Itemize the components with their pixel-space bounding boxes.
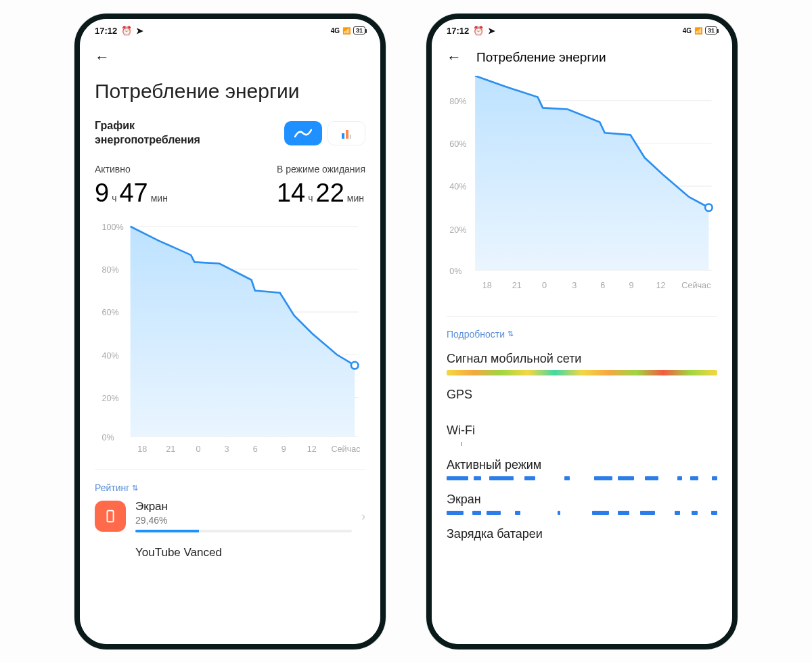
screen-bar — [447, 511, 717, 515]
detail-active: Активный режим — [447, 458, 717, 472]
active-value: 9ч 47мин — [95, 179, 168, 208]
telegram-icon: ➤ — [136, 26, 143, 36]
telegram-icon: ➤ — [488, 26, 495, 36]
battery-chart: 100% 80% 60% 40% 20% 0% — [95, 216, 365, 458]
detail-wifi: Wi-Fi — [447, 424, 717, 438]
rating-toggle[interactable]: Рейтинг⇅ — [95, 482, 365, 493]
svg-text:80%: 80% — [449, 97, 466, 106]
status-time: 17:12 — [447, 26, 469, 36]
svg-text:40%: 40% — [102, 350, 119, 360]
app-name: Экран — [135, 500, 352, 513]
svg-text:40%: 40% — [449, 182, 466, 191]
svg-point-35 — [705, 204, 713, 211]
svg-text:18: 18 — [482, 281, 492, 290]
svg-text:100%: 100% — [102, 223, 124, 232]
alarm-icon: ⏰ — [121, 26, 132, 36]
page-title: Потребление энергии — [476, 50, 606, 65]
network-tag: 4G — [331, 27, 340, 35]
phone-right: 17:12 ⏰ ➤ 4G 📶 31 ← Потребление энергии … — [426, 14, 738, 649]
svg-rect-24 — [107, 511, 113, 522]
svg-text:60%: 60% — [102, 308, 119, 317]
back-icon[interactable]: ← — [447, 49, 461, 66]
svg-text:21: 21 — [166, 444, 175, 454]
svg-text:20%: 20% — [102, 393, 119, 403]
active-bar — [447, 476, 717, 480]
svg-text:3: 3 — [225, 444, 229, 454]
app-percent: 29,46% — [135, 515, 352, 526]
status-bar: 17:12 ⏰ ➤ 4G 📶 31 — [447, 19, 717, 39]
toggle-bar-chart[interactable] — [328, 121, 365, 145]
svg-rect-1 — [346, 130, 348, 139]
sort-icon: ⇅ — [508, 329, 514, 338]
detail-screen: Экран — [447, 493, 717, 507]
app-name: YouTube Vanced — [135, 546, 365, 559]
svg-text:21: 21 — [512, 281, 522, 290]
alarm-icon: ⏰ — [473, 26, 484, 36]
gps-bar — [447, 406, 717, 411]
svg-text:6: 6 — [600, 281, 605, 290]
svg-text:6: 6 — [253, 444, 258, 454]
svg-rect-0 — [342, 133, 344, 139]
svg-point-15 — [351, 361, 359, 369]
detail-gps: GPS — [447, 388, 717, 402]
svg-text:0%: 0% — [449, 267, 461, 276]
battery-chart: 80% 60% 40% 20% 0% 18 21 0 3 — [447, 76, 717, 304]
status-time: 17:12 — [95, 26, 117, 36]
svg-text:0%: 0% — [102, 432, 114, 442]
svg-text:Сейчас: Сейчас — [681, 281, 710, 290]
svg-text:60%: 60% — [449, 139, 466, 149]
wifi-bar — [447, 442, 717, 446]
cell-signal-bar — [447, 370, 717, 375]
svg-text:12: 12 — [307, 444, 317, 454]
svg-text:Сейчас: Сейчас — [331, 444, 360, 454]
battery-icon: 31 — [353, 26, 365, 35]
app-row-youtube[interactable]: YouTube Vanced — [95, 539, 365, 559]
detail-charging: Зарядка батареи — [447, 527, 717, 541]
svg-text:12: 12 — [656, 281, 665, 290]
svg-rect-2 — [350, 135, 351, 139]
svg-text:0: 0 — [542, 281, 547, 290]
svg-text:9: 9 — [281, 444, 286, 454]
detail-cell-signal: Сигнал мобильной сети — [447, 352, 717, 366]
chevron-right-icon: › — [361, 509, 365, 524]
svg-text:20%: 20% — [449, 225, 466, 235]
screen-icon — [95, 501, 126, 532]
battery-icon: 31 — [705, 26, 717, 35]
toggle-line-chart[interactable] — [284, 121, 322, 145]
phone-left: 17:12 ⏰ ➤ 4G 📶 31 ← Потребление энергии … — [74, 14, 386, 649]
sort-icon: ⇅ — [132, 484, 138, 493]
svg-text:80%: 80% — [102, 265, 119, 275]
standby-label: В режиме ожидания — [277, 164, 365, 175]
page-title: Потребление энергии — [95, 80, 365, 103]
signal-icon: 📶 — [694, 27, 702, 35]
active-label: Активно — [95, 164, 168, 175]
back-icon[interactable]: ← — [95, 49, 110, 66]
details-toggle[interactable]: Подробности⇅ — [447, 329, 717, 340]
status-bar: 17:12 ⏰ ➤ 4G 📶 31 — [95, 19, 365, 39]
chart-type-label: График энергопотребления — [95, 119, 230, 147]
signal-icon: 📶 — [342, 27, 351, 35]
svg-text:0: 0 — [196, 444, 200, 454]
standby-value: 14ч 22мин — [277, 179, 365, 208]
network-tag: 4G — [683, 27, 692, 35]
app-row-screen[interactable]: Экран 29,46% › — [95, 493, 365, 539]
svg-text:3: 3 — [572, 281, 577, 290]
svg-text:18: 18 — [137, 444, 147, 454]
svg-text:9: 9 — [629, 281, 633, 290]
